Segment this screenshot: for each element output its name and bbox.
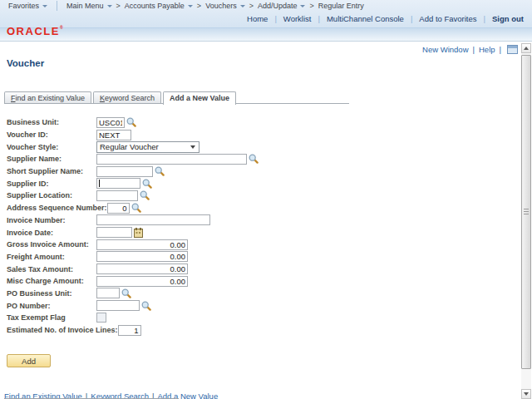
caret-down-icon <box>188 5 193 7</box>
form-row-gross-invoice-amount: Gross Invoice Amount: <box>7 239 259 251</box>
po-number-lookup-icon[interactable] <box>141 301 151 311</box>
nav-accounts-payable[interactable]: Accounts Payable <box>125 2 193 10</box>
add-button[interactable]: Add <box>7 354 51 367</box>
nav-accounts-payable-label: Accounts Payable <box>125 2 185 10</box>
freight-amount-input[interactable] <box>96 251 188 262</box>
scroll-up-arrow-icon <box>524 47 529 50</box>
supplier-id-input[interactable] <box>96 178 140 189</box>
voucher-style-label: Voucher Style: <box>7 143 96 151</box>
oracle-logo: ORACLE® <box>7 25 64 37</box>
address-sequence-number-input[interactable] <box>107 203 130 214</box>
supplier-id-label: Supplier ID: <box>7 180 96 188</box>
voucher-page: FavoritesMain Menu>Accounts Payable>Vouc… <box>0 0 532 399</box>
nav-regular-entry-label: Regular Entry <box>318 2 364 10</box>
supplier-name-lookup-icon[interactable] <box>249 154 259 164</box>
invoice-date-input[interactable] <box>96 227 132 238</box>
form-row-supplier-name: Supplier Name: <box>7 153 259 165</box>
supplier-location-label: Supplier Location: <box>7 191 96 200</box>
form-row-short-supplier-name: Short Supplier Name: <box>7 165 259 178</box>
separator: | <box>473 45 475 54</box>
short-supplier-name-input[interactable] <box>96 166 153 177</box>
short-supplier-name-lookup-icon[interactable] <box>155 166 165 176</box>
tax-exempt-flag-checkbox[interactable] <box>96 313 106 323</box>
form-row-address-sequence-number: Address Sequence Number: <box>7 202 259 214</box>
new-window-icon[interactable] <box>507 45 518 54</box>
scroll-down-arrow-icon <box>524 392 529 396</box>
header-link-worklist[interactable]: Worklist <box>283 14 312 23</box>
gross-invoice-amount-label: Gross Invoice Amount: <box>7 240 96 249</box>
supplier-location-field <box>96 190 138 201</box>
business-unit-field <box>96 117 125 128</box>
header-link-home[interactable]: Home <box>247 14 268 23</box>
vertical-scrollbar[interactable] <box>521 43 531 399</box>
address-sequence-number-label: Address Sequence Number: <box>7 204 107 212</box>
scroll-down-button[interactable] <box>521 389 531 399</box>
invoice-number-input[interactable] <box>96 214 210 225</box>
form-row-sales-tax-amount: Sales Tax Amount: <box>7 263 259 275</box>
new-window-link[interactable]: New Window <box>422 45 468 54</box>
breadcrumb-separator: > <box>249 2 254 10</box>
voucher-style-dropdown[interactable]: Regular Voucher <box>96 141 200 153</box>
form-row-invoice-number: Invoice Number: <box>7 214 259 227</box>
estimated-invoice-lines-input[interactable] <box>118 325 141 336</box>
form-row-business-unit: Business Unit: <box>7 116 259 129</box>
add-new-value-form: Business Unit:Voucher ID:Voucher Style:R… <box>7 116 259 336</box>
header-link-add-to-favorites[interactable]: Add to Favorites <box>419 14 476 23</box>
invoice-date-calendar-icon[interactable] <box>134 228 143 238</box>
address-sequence-number-lookup-icon[interactable] <box>131 203 141 213</box>
oracle-logo-text: ORACLE <box>7 25 60 37</box>
caret-down-icon <box>107 5 112 7</box>
nav-favorites-label: Favorites <box>8 2 39 10</box>
nav-regular-entry[interactable]: Regular Entry <box>318 2 364 10</box>
form-row-misc-charge-amount: Misc Charge Amount: <box>7 275 259 288</box>
header-link-multichannel-console[interactable]: MultiChannel Console <box>327 14 404 23</box>
nav-vouchers[interactable]: Vouchers <box>205 2 245 10</box>
gross-invoice-amount-field <box>96 239 188 250</box>
scroll-up-button[interactable] <box>521 43 531 53</box>
header-link-sign-out[interactable]: Sign out <box>492 14 524 23</box>
sales-tax-amount-input[interactable] <box>96 264 188 274</box>
page-title: Voucher <box>7 58 44 68</box>
voucher-id-input[interactable] <box>96 130 131 140</box>
po-business-unit-lookup-icon[interactable] <box>121 288 131 298</box>
caret-down-icon <box>240 5 245 7</box>
supplier-id-field <box>96 178 140 189</box>
scrollbar-grip-icon <box>524 209 529 215</box>
estimated-invoice-lines-field <box>118 325 141 336</box>
tab-add-a-new-value[interactable]: Add a New Value <box>163 91 236 105</box>
po-number-field <box>96 300 140 311</box>
business-unit-label: Business Unit: <box>7 118 96 126</box>
tab-label: ind an Existing Value <box>16 94 85 102</box>
invoice-number-field <box>96 214 210 225</box>
supplier-name-input[interactable] <box>96 154 247 165</box>
supplier-location-input[interactable] <box>96 190 138 201</box>
scrollbar-thumb[interactable] <box>521 55 531 369</box>
nav-divider <box>57 1 57 11</box>
business-unit-input[interactable] <box>96 117 125 128</box>
nav-favorites[interactable]: Favorites <box>8 2 47 10</box>
gross-invoice-amount-input[interactable] <box>96 239 188 250</box>
supplier-id-lookup-icon[interactable] <box>142 179 152 189</box>
misc-charge-amount-field <box>96 276 188 287</box>
nav-main-menu[interactable]: Main Menu <box>66 2 112 10</box>
voucher-id-field <box>96 130 131 140</box>
nav-main-menu-label: Main Menu <box>66 2 104 10</box>
nav-add-update[interactable]: Add/Update <box>258 2 306 10</box>
page-toolbar: New Window | Help | <box>422 45 518 54</box>
form-row-po-business-unit: PO Business Unit: <box>7 288 259 300</box>
po-number-input[interactable] <box>96 300 140 311</box>
business-unit-lookup-icon[interactable] <box>126 117 136 127</box>
help-link[interactable]: Help <box>479 45 495 54</box>
tab-find-an-existing-value[interactable]: Find an Existing Value <box>4 91 91 104</box>
breadcrumb-separator: > <box>197 2 201 10</box>
po-business-unit-field <box>96 288 120 298</box>
tab-keyword-search[interactable]: Keyword Search <box>93 91 161 104</box>
supplier-location-lookup-icon[interactable] <box>140 190 150 200</box>
address-sequence-number-field <box>107 203 130 214</box>
brand-band <box>0 28 532 42</box>
po-business-unit-input[interactable] <box>96 288 120 298</box>
caret-down-icon <box>42 5 47 7</box>
short-supplier-name-field <box>96 166 153 177</box>
tab-label: eyword Search <box>105 94 155 102</box>
misc-charge-amount-input[interactable] <box>96 276 188 287</box>
